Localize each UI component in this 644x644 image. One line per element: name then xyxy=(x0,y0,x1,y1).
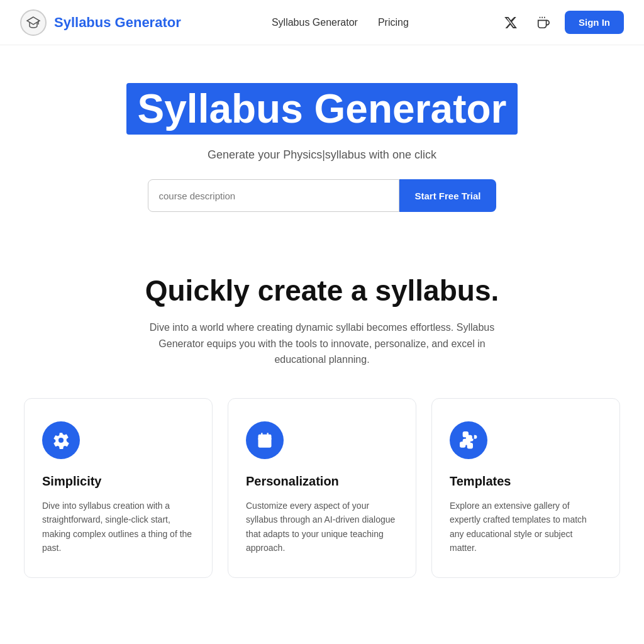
nav-link-syllabus[interactable]: Syllabus Generator xyxy=(272,17,358,28)
twitter-button[interactable] xyxy=(499,11,522,34)
card-title-templates: Templates xyxy=(450,474,602,489)
nav-link-pricing[interactable]: Pricing xyxy=(378,17,409,28)
navbar: Syllabus Generator Syllabus Generator Pr… xyxy=(0,0,644,45)
card-title-simplicity: Simplicity xyxy=(42,474,194,489)
twitter-icon xyxy=(504,16,518,30)
start-free-trial-button[interactable]: Start Free Trial xyxy=(399,179,496,212)
signin-button[interactable]: Sign In xyxy=(565,11,624,34)
svg-rect-4 xyxy=(258,434,272,447)
card-icon-simplicity xyxy=(42,421,80,459)
hero-title-wrapper: Syllabus Generator xyxy=(126,83,518,135)
card-icon-templates xyxy=(450,421,487,459)
puzzle-icon xyxy=(460,431,477,449)
coffee-icon xyxy=(536,16,550,30)
hero-input-row: Start Free Trial xyxy=(148,179,496,212)
card-text-templates: Explore an extensive gallery of expertly… xyxy=(450,499,602,555)
calendar-icon xyxy=(256,431,274,449)
hero-section: Syllabus Generator Generate your Physics… xyxy=(0,45,644,237)
card-text-personalization: Customize every aspect of your syllabus … xyxy=(246,499,398,555)
card-personalization: Personalization Customize every aspect o… xyxy=(228,398,416,579)
hero-subtitle: Generate your Physics|syllabus with one … xyxy=(208,148,436,162)
card-templates: Templates Explore an extensive gallery o… xyxy=(431,398,620,579)
graduation-cap-icon xyxy=(26,15,41,30)
card-title-personalization: Personalization xyxy=(246,474,398,489)
gear-icon xyxy=(52,431,70,449)
features-heading: Quickly create a syllabus. xyxy=(145,275,499,307)
coffee-button[interactable] xyxy=(532,11,555,34)
card-text-simplicity: Dive into syllabus creation with a strai… xyxy=(42,499,194,555)
nav-left: Syllabus Generator xyxy=(20,9,181,36)
card-icon-personalization xyxy=(246,421,284,459)
hero-title: Syllabus Generator xyxy=(138,87,507,131)
features-description: Dive into a world where creating dynamic… xyxy=(146,319,498,368)
cards-row: Simplicity Dive into syllabus creation w… xyxy=(20,398,624,579)
nav-right: Sign In xyxy=(499,11,624,34)
features-section: Quickly create a syllabus. Dive into a w… xyxy=(0,237,644,603)
course-description-input[interactable] xyxy=(148,179,399,212)
nav-brand[interactable]: Syllabus Generator xyxy=(54,14,181,31)
nav-center: Syllabus Generator Pricing xyxy=(272,17,409,28)
card-simplicity: Simplicity Dive into syllabus creation w… xyxy=(24,398,213,579)
logo-circle xyxy=(20,9,47,36)
